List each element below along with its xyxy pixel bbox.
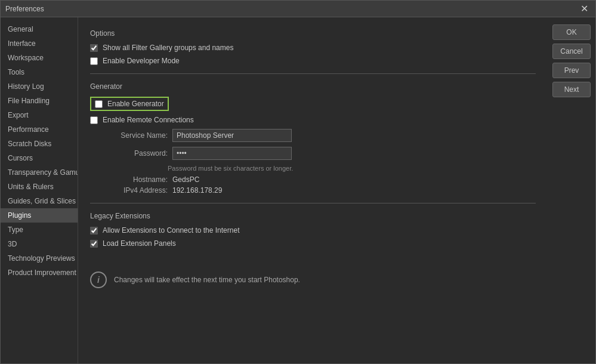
sidebar-item-performance[interactable]: Performance xyxy=(1,122,78,137)
info-text: Changes will take effect the next time y… xyxy=(114,276,300,284)
sidebar-item-3d[interactable]: 3D xyxy=(1,237,78,251)
show-filter-gallery-row: Show all Filter Gallery groups and names xyxy=(90,44,536,52)
enable-developer-mode-row: Enable Developer Mode xyxy=(90,57,536,65)
password-row: Password: xyxy=(102,147,536,160)
password-label: Password: xyxy=(102,149,168,158)
allow-extensions-checkbox[interactable] xyxy=(90,227,98,235)
next-button[interactable]: Next xyxy=(552,82,591,97)
enable-developer-mode-checkbox[interactable] xyxy=(90,57,98,65)
preferences-window: Preferences ✕ General Interface Workspac… xyxy=(0,0,596,364)
legacy-extensions-header: Legacy Extensions xyxy=(90,212,536,220)
sidebar: General Interface Workspace Tools Histor… xyxy=(1,17,78,363)
ipv4-row: IPv4 Address: 192.168.178.29 xyxy=(102,186,536,195)
info-icon: i xyxy=(90,272,107,288)
allow-extensions-row: Allow Extensions to Connect to the Inter… xyxy=(90,226,536,235)
service-name-input[interactable] xyxy=(172,129,292,142)
main-panel: Options Show all Filter Gallery groups a… xyxy=(78,17,548,363)
sidebar-item-tools[interactable]: Tools xyxy=(1,65,78,79)
enable-generator-checkbox[interactable] xyxy=(95,100,103,108)
divider-1 xyxy=(90,73,536,74)
enable-developer-mode-label: Enable Developer Mode xyxy=(103,57,180,65)
generator-section-header: Generator xyxy=(90,82,536,91)
ok-button[interactable]: OK xyxy=(552,24,591,40)
button-panel: OK Cancel Prev Next xyxy=(548,17,595,363)
sidebar-item-product-improvement[interactable]: Product Improvement xyxy=(1,266,78,280)
ipv4-value: 192.168.178.29 xyxy=(172,186,222,195)
info-message-area: i Changes will take effect the next time… xyxy=(90,266,536,294)
sidebar-item-plugins[interactable]: Plugins xyxy=(1,208,78,223)
title-bar: Preferences ✕ xyxy=(1,1,595,17)
sidebar-item-export[interactable]: Export xyxy=(1,108,78,122)
sidebar-item-interface[interactable]: Interface xyxy=(1,36,78,51)
show-filter-gallery-label: Show all Filter Gallery groups and names xyxy=(103,44,233,52)
enable-remote-connections-label: Enable Remote Connections xyxy=(103,116,194,124)
sidebar-item-type[interactable]: Type xyxy=(1,223,78,237)
divider-2 xyxy=(90,203,536,203)
sidebar-item-transparency-gamut[interactable]: Transparency & Gamut xyxy=(1,165,78,180)
sidebar-item-history-log[interactable]: History Log xyxy=(1,79,78,94)
options-section-header: Options xyxy=(90,29,536,38)
prev-button[interactable]: Prev xyxy=(552,63,591,78)
show-filter-gallery-checkbox[interactable] xyxy=(90,44,98,52)
sidebar-item-technology-previews[interactable]: Technology Previews xyxy=(1,251,78,266)
sidebar-item-cursors[interactable]: Cursors xyxy=(1,151,78,165)
hostname-value: GedsPC xyxy=(172,175,199,184)
password-input[interactable] xyxy=(172,147,292,160)
sidebar-item-general[interactable]: General xyxy=(1,22,78,36)
service-name-label: Service Name: xyxy=(102,131,168,140)
legacy-extensions-section: Legacy Extensions Allow Extensions to Co… xyxy=(90,212,536,248)
load-extension-panels-label: Load Extension Panels xyxy=(103,239,176,248)
load-extension-panels-checkbox[interactable] xyxy=(90,240,98,248)
content-area: General Interface Workspace Tools Histor… xyxy=(1,17,595,363)
hostname-label: Hostname: xyxy=(102,175,168,184)
ipv4-label: IPv4 Address: xyxy=(102,186,168,195)
service-name-row: Service Name: xyxy=(102,129,536,142)
sidebar-item-guides-grid-slices[interactable]: Guides, Grid & Slices xyxy=(1,194,78,208)
hostname-row: Hostname: GedsPC xyxy=(102,175,536,184)
enable-generator-label: Enable Generator xyxy=(107,100,164,108)
enable-remote-connections-row: Enable Remote Connections xyxy=(90,116,536,124)
enable-generator-highlight: Enable Generator xyxy=(90,97,169,111)
close-button[interactable]: ✕ xyxy=(578,3,591,15)
password-hint: Password must be six characters or longe… xyxy=(168,165,536,172)
sidebar-item-units-rulers[interactable]: Units & Rulers xyxy=(1,180,78,194)
sidebar-item-file-handling[interactable]: File Handling xyxy=(1,94,78,108)
load-extension-panels-row: Load Extension Panels xyxy=(90,239,536,248)
cancel-button[interactable]: Cancel xyxy=(552,44,591,59)
window-title: Preferences xyxy=(5,5,44,13)
sidebar-item-scratch-disks[interactable]: Scratch Disks xyxy=(1,137,78,151)
sidebar-item-workspace[interactable]: Workspace xyxy=(1,51,78,65)
enable-remote-connections-checkbox[interactable] xyxy=(90,116,98,124)
allow-extensions-label: Allow Extensions to Connect to the Inter… xyxy=(103,226,239,235)
